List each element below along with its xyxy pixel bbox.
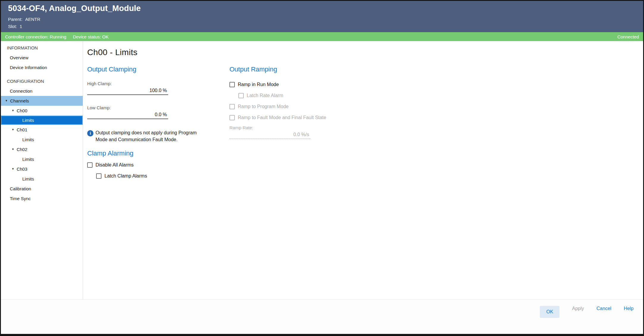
cancel-button[interactable]: Cancel (596, 306, 611, 311)
apply-button: Apply (572, 306, 584, 311)
status-bar: Controller connection: Running Device st… (1, 32, 643, 41)
ramp-to-fault-mode-label: Ramp to Fault Mode and Final Fault State (238, 115, 326, 120)
low-clamp-field: Low Clamp: 0.0 % (87, 105, 168, 119)
ramp-rate-field: Ramp Rate: 0.0 %/s (229, 125, 310, 139)
output-ramping-heading: Output Ramping (229, 66, 354, 73)
chevron-down-icon[interactable]: ▼ (12, 144, 14, 154)
chevron-down-icon[interactable]: ▼ (12, 125, 14, 135)
sidebar-item-device-information[interactable]: Device Information (1, 63, 83, 72)
connection-state: Connected (617, 34, 639, 39)
sidebar-item-calibration[interactable]: Calibration (1, 184, 83, 194)
parent-line: Parent:AENTR (8, 16, 636, 23)
latch-rate-alarm-label: Latch Rate Alarm (247, 93, 283, 98)
footer-button-bar: OK Apply Cancel Help (1, 299, 643, 334)
sidebar-item-ch03-limits[interactable]: Limits (1, 174, 83, 184)
clamp-alarming-heading: Clamp Alarming (87, 150, 212, 157)
chevron-down-icon[interactable]: ▼ (12, 164, 14, 174)
parent-label: Parent: (8, 17, 22, 22)
ramp-to-program-mode-checkbox (229, 104, 235, 109)
status-left: Controller connection: Running Device st… (5, 34, 109, 39)
high-clamp-label: High Clamp: (87, 81, 168, 86)
sidebar-item-label: Ch01 (17, 125, 27, 135)
ramp-rate-input: 0.0 %/s (229, 131, 310, 139)
sidebar-item-label: Ch03 (17, 164, 27, 174)
output-ramping-column: Output Ramping Ramp in Run Mode Latch Ra… (229, 66, 354, 149)
ramp-in-run-mode-checkbox[interactable] (229, 82, 235, 87)
ramp-in-run-mode-row: Ramp in Run Mode (229, 81, 354, 88)
sidebar-item-overview[interactable]: Overview (1, 53, 83, 63)
slot-line: Slot:1 (8, 23, 636, 30)
sidebar-item-connection[interactable]: Connection (1, 86, 83, 96)
disable-all-alarms-label: Disable All Alarms (96, 162, 134, 168)
disable-all-alarms-row: Disable All Alarms (87, 161, 212, 168)
sidebar-item-label: Channels (10, 96, 29, 106)
slot-label: Slot: (8, 24, 17, 29)
chevron-down-icon[interactable]: ▼ (5, 96, 8, 106)
sidebar-item-label: Ch02 (17, 144, 27, 154)
output-clamping-column: Output Clamping High Clamp: 100.0 % Low … (87, 66, 212, 183)
ramp-to-program-mode-label: Ramp to Program Mode (238, 104, 289, 109)
sidebar-item-ch01-limits[interactable]: Limits (1, 135, 83, 144)
high-clamp-field: High Clamp: 100.0 % (87, 81, 168, 95)
sidebar-section-configuration: CONFIGURATION (1, 76, 83, 86)
low-clamp-label: Low Clamp: (87, 105, 168, 110)
sidebar-item-ch01[interactable]: ▼ Ch01 (1, 125, 83, 135)
ramp-rate-label: Ramp Rate: (229, 125, 310, 130)
latch-clamp-alarms-label: Latch Clamp Alarms (104, 173, 147, 179)
module-title: 5034-OF4, Analog_Output_Module (8, 4, 636, 13)
title-bar: 5034-OF4, Analog_Output_Module Parent:AE… (1, 1, 643, 32)
sidebar-item-time-sync[interactable]: Time Sync (1, 194, 83, 203)
info-icon: i (87, 130, 93, 136)
latch-rate-alarm-checkbox (238, 93, 244, 98)
chevron-down-icon[interactable]: ▼ (12, 106, 14, 116)
help-button[interactable]: Help (624, 306, 634, 311)
sidebar-item-ch00-limits[interactable]: Limits (1, 116, 83, 125)
main-content: Ch00 - Limits Output Clamping High Clamp… (83, 41, 643, 299)
latch-clamp-alarms-checkbox[interactable] (96, 173, 101, 179)
parent-value: AENTR (25, 17, 40, 22)
sidebar-item-label: Ch00 (17, 106, 27, 116)
ramp-in-run-mode-label: Ramp in Run Mode (238, 82, 279, 87)
device-status: Device status: OK (73, 34, 109, 39)
ramp-to-program-mode-row: Ramp to Program Mode (229, 103, 354, 110)
sidebar-item-ch02-limits[interactable]: Limits (1, 154, 83, 164)
sidebar-item-ch03[interactable]: ▼ Ch03 (1, 164, 83, 174)
sidebar-item-channels[interactable]: ▼ Channels (1, 96, 83, 106)
ramp-to-fault-mode-row: Ramp to Fault Mode and Final Fault State (229, 114, 354, 121)
latch-rate-alarm-row: Latch Rate Alarm (238, 92, 354, 99)
sidebar-item-ch02[interactable]: ▼ Ch02 (1, 144, 83, 154)
ramp-to-fault-mode-checkbox (229, 115, 235, 120)
page-title: Ch00 - Limits (87, 48, 643, 57)
ok-button[interactable]: OK (540, 306, 559, 318)
high-clamp-input[interactable]: 100.0 % (87, 87, 168, 95)
low-clamp-input[interactable]: 0.0 % (87, 111, 168, 119)
sidebar-item-ch00[interactable]: ▼ Ch00 (1, 106, 83, 116)
info-note-text: Output clamping does not apply during Pr… (96, 129, 210, 143)
controller-connection-status: Controller connection: Running (5, 34, 66, 39)
module-properties-window: 5034-OF4, Analog_Output_Module Parent:AE… (0, 0, 644, 336)
slot-value: 1 (20, 24, 22, 29)
disable-all-alarms-checkbox[interactable] (87, 162, 93, 168)
sidebar-section-information: INFORMATION (1, 43, 83, 53)
navigation-sidebar: INFORMATION Overview Device Information … (1, 41, 83, 299)
clamping-info-note: i Output clamping does not apply during … (87, 129, 210, 143)
latch-clamp-alarms-row: Latch Clamp Alarms (96, 172, 212, 179)
output-clamping-heading: Output Clamping (87, 66, 212, 73)
